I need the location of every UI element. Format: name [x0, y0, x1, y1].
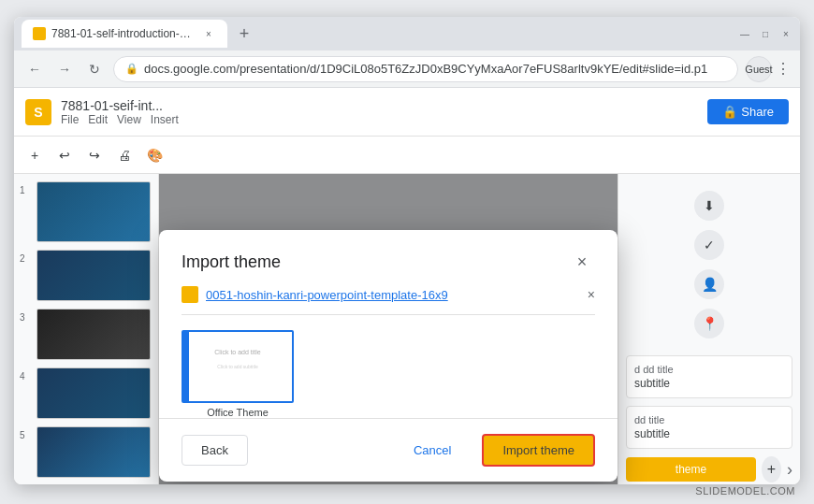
chevron-right-icon[interactable]: ›: [787, 460, 792, 480]
file-icon: [182, 286, 198, 303]
slides-app: S 7881-01-seif-int... File Edit View Ins…: [14, 88, 800, 484]
slide-thumb-2[interactable]: [36, 250, 151, 301]
slide-thumb-2-inner: [37, 251, 150, 300]
modal-title: Import theme: [182, 252, 281, 272]
slide-number: 2: [20, 253, 25, 264]
slide-thumb-4[interactable]: [36, 367, 151, 419]
cancel-button[interactable]: Cancel: [394, 435, 471, 466]
slide-number: 4: [20, 371, 25, 382]
modal-body: 0051-hoshin-kanri-powerpoint-template-16…: [159, 286, 618, 418]
right-panel-plus-button[interactable]: +: [762, 456, 781, 482]
slide-number: 3: [20, 312, 25, 323]
modal-header: Import theme ×: [159, 230, 618, 286]
watermark: SLIDEMODEL.COM: [695, 485, 795, 497]
section-1-title: dd title: [643, 364, 673, 375]
app-header: S 7881-01-seif-int... File Edit View Ins…: [14, 88, 800, 137]
slide-thumb-5[interactable]: [36, 426, 151, 478]
profile-button[interactable]: Guest: [746, 56, 772, 82]
slide-thumb-3-inner: [37, 310, 150, 359]
window-controls: — □ ×: [738, 27, 792, 40]
right-panel-section-1: d dd title subtitle: [626, 355, 792, 398]
office-preview-inner: [183, 332, 292, 401]
share-icon: 🔒: [722, 105, 737, 119]
section-2-label: dd title: [634, 414, 784, 425]
list-item[interactable]: 4: [33, 367, 154, 419]
slide-thumb-4-inner: [37, 368, 150, 418]
dd-prefix-1: d: [634, 364, 640, 375]
office-theme-name: Office Theme: [182, 407, 294, 418]
profile-label: Guest: [745, 64, 772, 75]
modal-overlay: Import theme × 0051-hoshin-kanri-powerpo…: [159, 174, 618, 484]
right-panel-icon-2[interactable]: ✓: [694, 230, 724, 260]
section-1-label: d dd title: [634, 364, 784, 375]
import-theme-button[interactable]: Import theme: [482, 434, 595, 467]
browser-tab-active[interactable]: 7881-01-self-introduction-powe... ×: [22, 20, 227, 48]
modal-footer: Back Cancel Import theme: [159, 418, 618, 482]
browser-navbar: ← → ↻ 🔒 docs.google.com/presentation/d/1…: [14, 50, 800, 88]
presentation-title[interactable]: 7881-01-seif-int...: [61, 98, 179, 113]
header-right: 🔒 Share: [707, 99, 789, 124]
themes-grid: Office Theme: [182, 330, 595, 418]
add-slide-button[interactable]: +: [22, 142, 48, 168]
office-theme-preview[interactable]: [182, 330, 294, 403]
right-panel: ⬇ ✓ 👤 📍 d dd title subtitle dd title: [618, 174, 800, 484]
list-item[interactable]: 1: [33, 181, 154, 242]
back-button[interactable]: ←: [23, 58, 46, 80]
forward-button[interactable]: →: [53, 58, 76, 80]
undo-button[interactable]: ↩: [51, 142, 78, 168]
menu-view[interactable]: View: [117, 113, 141, 126]
slide-number: 5: [20, 430, 25, 440]
slides-icon-letter: S: [34, 105, 42, 120]
back-button[interactable]: Back: [182, 435, 248, 466]
toolbar: + ↩ ↪ 🖨 🎨: [14, 137, 800, 174]
menu-edit[interactable]: Edit: [88, 113, 108, 126]
section-2-title: dd title: [634, 414, 664, 425]
office-accent-bar: [183, 332, 189, 401]
nav-actions: Guest ⋮: [746, 56, 791, 82]
section-2-sub: subtitle: [634, 427, 784, 440]
office-theme-card[interactable]: Office Theme: [182, 330, 294, 418]
refresh-button[interactable]: ↻: [83, 58, 106, 80]
address-bar[interactable]: 🔒 docs.google.com/presentation/d/1D9CiL0…: [113, 56, 738, 82]
close-button[interactable]: ×: [779, 27, 792, 40]
right-panel-bottom: theme + ›: [626, 456, 792, 482]
slides-app-icon: S: [25, 99, 51, 125]
menu-insert[interactable]: Insert: [151, 113, 179, 126]
paint-format-button[interactable]: 🎨: [141, 142, 167, 168]
app-title-area: 7881-01-seif-int... File Edit View Inser…: [61, 98, 179, 126]
browser-menu-button[interactable]: ⋮: [776, 60, 791, 78]
menu-file[interactable]: File: [61, 113, 79, 126]
theme-panel-button[interactable]: theme: [626, 457, 756, 482]
slide-thumb-5-inner: [37, 427, 150, 477]
new-tab-button[interactable]: +: [231, 21, 257, 47]
share-label: Share: [741, 105, 774, 119]
right-panel-icon-3[interactable]: 👤: [694, 269, 724, 299]
right-panel-icon-1[interactable]: ⬇: [694, 191, 724, 221]
right-panel-section-2: dd title subtitle: [626, 406, 792, 449]
slide-thumb-1-inner: [37, 182, 150, 241]
list-item[interactable]: 2: [33, 250, 154, 301]
share-button[interactable]: 🔒 Share: [707, 99, 789, 124]
tab-bar: 7881-01-self-introduction-powe... × +: [22, 17, 733, 50]
print-button[interactable]: 🖨: [111, 142, 138, 168]
slides-content: 1 2 3 4: [14, 174, 800, 484]
file-clear-button[interactable]: ×: [588, 287, 595, 302]
file-name[interactable]: 0051-hoshin-kanri-powerpoint-template-16…: [206, 288, 448, 302]
file-indicator: 0051-hoshin-kanri-powerpoint-template-16…: [182, 286, 595, 315]
section-1-sub: subtitle: [634, 377, 784, 390]
tab-favicon: [33, 27, 46, 40]
modal-close-button[interactable]: ×: [569, 249, 595, 275]
lock-icon: 🔒: [125, 63, 138, 75]
slide-number: 1: [20, 185, 25, 195]
slides-thumbnails-panel: 1 2 3 4: [14, 174, 159, 484]
list-item[interactable]: 3: [33, 309, 154, 360]
redo-button[interactable]: ↪: [81, 142, 108, 168]
slide-thumb-1[interactable]: [36, 181, 151, 242]
minimize-button[interactable]: —: [738, 27, 751, 40]
tab-close-button[interactable]: ×: [201, 26, 216, 41]
right-icons-column: ⬇ ✓ 👤 📍: [626, 181, 792, 348]
slide-thumb-3[interactable]: [36, 309, 151, 360]
list-item[interactable]: 5: [33, 426, 154, 478]
maximize-button[interactable]: □: [759, 27, 772, 40]
right-panel-icon-4[interactable]: 📍: [694, 309, 724, 338]
